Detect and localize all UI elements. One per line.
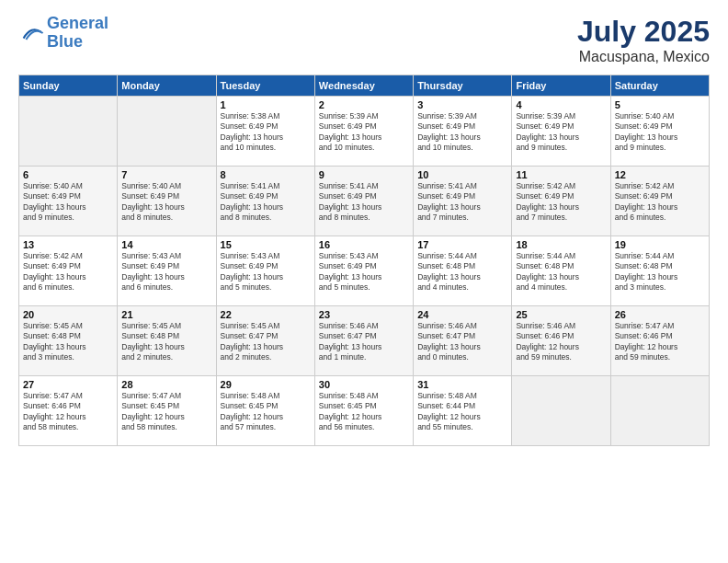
day-info: Sunrise: 5:46 AM Sunset: 6:46 PM Dayligh… (516, 321, 606, 363)
calendar-cell: 8Sunrise: 5:41 AM Sunset: 6:49 PM Daylig… (216, 167, 314, 236)
calendar-cell: 28Sunrise: 5:47 AM Sunset: 6:45 PM Dayli… (118, 376, 216, 446)
day-info: Sunrise: 5:42 AM Sunset: 6:49 PM Dayligh… (615, 181, 705, 224)
day-info: Sunrise: 5:47 AM Sunset: 6:46 PM Dayligh… (615, 321, 705, 363)
calendar-cell: 5Sunrise: 5:40 AM Sunset: 6:49 PM Daylig… (610, 97, 709, 167)
day-info: Sunrise: 5:45 AM Sunset: 6:48 PM Dayligh… (121, 321, 211, 363)
day-number: 10 (417, 169, 507, 180)
day-info: Sunrise: 5:39 AM Sunset: 6:49 PM Dayligh… (319, 111, 409, 154)
calendar-cell: 31Sunrise: 5:48 AM Sunset: 6:44 PM Dayli… (414, 376, 512, 446)
calendar-cell: 10Sunrise: 5:41 AM Sunset: 6:49 PM Dayli… (414, 167, 512, 236)
calendar-header-friday: Friday (512, 75, 610, 97)
day-number: 12 (615, 169, 705, 180)
day-info: Sunrise: 5:47 AM Sunset: 6:45 PM Dayligh… (121, 391, 211, 433)
page: General Blue July 2025 Macuspana, Mexico… (0, 0, 728, 563)
calendar-cell: 12Sunrise: 5:42 AM Sunset: 6:49 PM Dayli… (610, 167, 709, 236)
day-number: 2 (319, 99, 409, 110)
calendar-cell: 9Sunrise: 5:41 AM Sunset: 6:49 PM Daylig… (314, 167, 413, 236)
day-number: 29 (221, 379, 311, 390)
calendar-cell: 22Sunrise: 5:45 AM Sunset: 6:47 PM Dayli… (216, 306, 314, 376)
calendar-cell: 4Sunrise: 5:39 AM Sunset: 6:49 PM Daylig… (512, 97, 610, 167)
calendar-header-sunday: Sunday (19, 75, 118, 97)
calendar-cell: 29Sunrise: 5:48 AM Sunset: 6:45 PM Dayli… (216, 376, 314, 446)
day-number: 11 (516, 169, 606, 180)
calendar-header-thursday: Thursday (414, 75, 512, 97)
calendar-cell: 25Sunrise: 5:46 AM Sunset: 6:46 PM Dayli… (512, 306, 610, 376)
day-number: 22 (221, 309, 311, 320)
calendar-header-tuesday: Tuesday (216, 75, 314, 97)
day-number: 3 (417, 99, 507, 110)
day-info: Sunrise: 5:46 AM Sunset: 6:47 PM Dayligh… (319, 321, 409, 363)
day-info: Sunrise: 5:39 AM Sunset: 6:49 PM Dayligh… (516, 111, 606, 154)
calendar-header-saturday: Saturday (610, 75, 709, 97)
day-info: Sunrise: 5:41 AM Sunset: 6:49 PM Dayligh… (417, 181, 507, 224)
day-number: 23 (319, 309, 409, 320)
day-info: Sunrise: 5:48 AM Sunset: 6:45 PM Dayligh… (221, 391, 311, 433)
calendar-cell: 24Sunrise: 5:46 AM Sunset: 6:47 PM Dayli… (414, 306, 512, 376)
day-info: Sunrise: 5:45 AM Sunset: 6:47 PM Dayligh… (221, 321, 311, 363)
calendar-week-1: 1Sunrise: 5:38 AM Sunset: 6:49 PM Daylig… (19, 97, 710, 167)
calendar-cell: 1Sunrise: 5:38 AM Sunset: 6:49 PM Daylig… (216, 97, 314, 167)
day-info: Sunrise: 5:48 AM Sunset: 6:45 PM Dayligh… (319, 391, 409, 433)
day-info: Sunrise: 5:43 AM Sunset: 6:49 PM Dayligh… (319, 251, 409, 293)
day-info: Sunrise: 5:40 AM Sunset: 6:49 PM Dayligh… (615, 111, 705, 154)
calendar-cell: 13Sunrise: 5:42 AM Sunset: 6:49 PM Dayli… (19, 236, 118, 306)
day-info: Sunrise: 5:40 AM Sunset: 6:49 PM Dayligh… (121, 181, 211, 224)
day-number: 18 (516, 239, 606, 250)
day-info: Sunrise: 5:44 AM Sunset: 6:48 PM Dayligh… (516, 251, 606, 293)
day-info: Sunrise: 5:43 AM Sunset: 6:49 PM Dayligh… (121, 251, 211, 293)
day-number: 21 (121, 309, 211, 320)
day-info: Sunrise: 5:46 AM Sunset: 6:47 PM Dayligh… (417, 321, 507, 363)
day-info: Sunrise: 5:44 AM Sunset: 6:48 PM Dayligh… (417, 251, 507, 293)
day-number: 5 (615, 99, 705, 110)
day-info: Sunrise: 5:43 AM Sunset: 6:49 PM Dayligh… (221, 251, 311, 293)
day-info: Sunrise: 5:42 AM Sunset: 6:49 PM Dayligh… (23, 251, 113, 293)
day-number: 31 (417, 379, 507, 390)
day-number: 19 (615, 239, 705, 250)
calendar-cell (610, 376, 709, 446)
calendar-cell: 20Sunrise: 5:45 AM Sunset: 6:48 PM Dayli… (19, 306, 118, 376)
day-number: 16 (319, 239, 409, 250)
day-number: 27 (23, 379, 113, 390)
calendar-cell: 3Sunrise: 5:39 AM Sunset: 6:49 PM Daylig… (414, 97, 512, 167)
calendar-cell: 18Sunrise: 5:44 AM Sunset: 6:48 PM Dayli… (512, 236, 610, 306)
title-block: July 2025 Macuspana, Mexico (577, 15, 710, 65)
day-info: Sunrise: 5:38 AM Sunset: 6:49 PM Dayligh… (221, 111, 311, 154)
day-info: Sunrise: 5:41 AM Sunset: 6:49 PM Dayligh… (319, 181, 409, 224)
calendar-week-5: 27Sunrise: 5:47 AM Sunset: 6:46 PM Dayli… (19, 376, 710, 446)
day-number: 4 (516, 99, 606, 110)
calendar-week-3: 13Sunrise: 5:42 AM Sunset: 6:49 PM Dayli… (19, 236, 710, 306)
day-number: 30 (319, 379, 409, 390)
calendar-cell: 27Sunrise: 5:47 AM Sunset: 6:46 PM Dayli… (19, 376, 118, 446)
day-info: Sunrise: 5:40 AM Sunset: 6:49 PM Dayligh… (23, 181, 113, 224)
calendar-week-2: 6Sunrise: 5:40 AM Sunset: 6:49 PM Daylig… (19, 167, 710, 236)
logo-text: General Blue (47, 15, 108, 52)
day-info: Sunrise: 5:47 AM Sunset: 6:46 PM Dayligh… (23, 391, 113, 433)
calendar-cell: 14Sunrise: 5:43 AM Sunset: 6:49 PM Dayli… (118, 236, 216, 306)
calendar-cell: 11Sunrise: 5:42 AM Sunset: 6:49 PM Dayli… (512, 167, 610, 236)
calendar-header-wednesday: Wednesday (314, 75, 413, 97)
calendar-header-monday: Monday (118, 75, 216, 97)
month-title: July 2025 (577, 15, 710, 49)
calendar-table: SundayMondayTuesdayWednesdayThursdayFrid… (18, 75, 710, 446)
calendar-cell: 26Sunrise: 5:47 AM Sunset: 6:46 PM Dayli… (610, 306, 709, 376)
day-number: 13 (23, 239, 113, 250)
calendar-week-4: 20Sunrise: 5:45 AM Sunset: 6:48 PM Dayli… (19, 306, 710, 376)
day-number: 8 (221, 169, 311, 180)
day-number: 1 (221, 99, 311, 110)
header: General Blue July 2025 Macuspana, Mexico (18, 15, 710, 65)
calendar-cell: 16Sunrise: 5:43 AM Sunset: 6:49 PM Dayli… (314, 236, 413, 306)
calendar-cell: 19Sunrise: 5:44 AM Sunset: 6:48 PM Dayli… (610, 236, 709, 306)
calendar-cell: 17Sunrise: 5:44 AM Sunset: 6:48 PM Dayli… (414, 236, 512, 306)
calendar-cell: 15Sunrise: 5:43 AM Sunset: 6:49 PM Dayli… (216, 236, 314, 306)
day-number: 28 (121, 379, 211, 390)
day-number: 9 (319, 169, 409, 180)
location-title: Macuspana, Mexico (577, 49, 710, 65)
day-info: Sunrise: 5:48 AM Sunset: 6:44 PM Dayligh… (417, 391, 507, 433)
day-number: 15 (221, 239, 311, 250)
calendar-header-row: SundayMondayTuesdayWednesdayThursdayFrid… (19, 75, 710, 97)
day-number: 20 (23, 309, 113, 320)
day-info: Sunrise: 5:41 AM Sunset: 6:49 PM Dayligh… (221, 181, 311, 224)
day-number: 26 (615, 309, 705, 320)
logo: General Blue (18, 15, 108, 52)
day-info: Sunrise: 5:45 AM Sunset: 6:48 PM Dayligh… (23, 321, 113, 363)
